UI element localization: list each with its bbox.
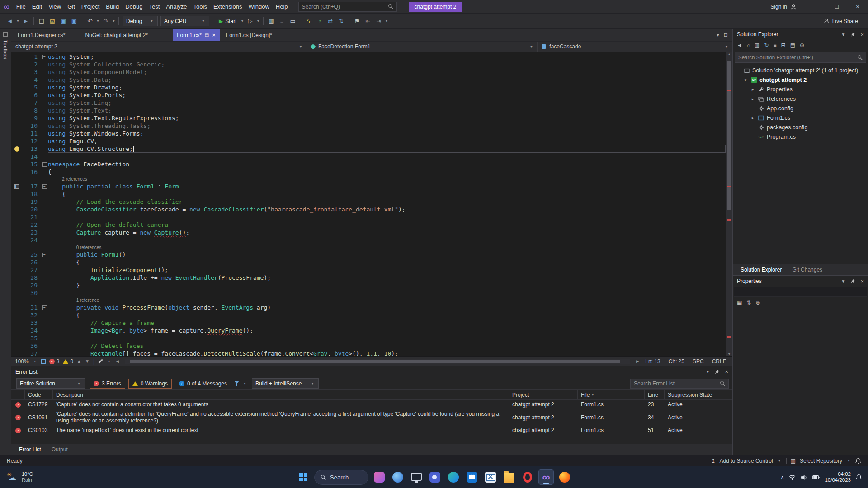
- fold-margin[interactable]: [41, 153, 48, 160]
- chevron-down-icon[interactable]: ▾: [777, 459, 782, 463]
- categorized-icon[interactable]: ▦: [737, 300, 742, 306]
- glyph-margin[interactable]: [11, 122, 22, 130]
- line-number[interactable]: 17: [22, 183, 41, 190]
- chevron-down-icon[interactable]: ▼: [841, 279, 846, 284]
- tool-tab-git-changes[interactable]: Git Changes: [788, 265, 827, 275]
- code-line-37[interactable]: 37 Rectangle[] faces = faceCascade.Detec…: [11, 350, 726, 356]
- fold-margin[interactable]: [41, 76, 48, 84]
- scroll-down-icon[interactable]: ▼: [726, 352, 732, 356]
- fold-margin[interactable]: −: [41, 160, 48, 168]
- fold-margin[interactable]: [41, 350, 48, 356]
- line-number[interactable]: 20: [22, 206, 41, 213]
- code-line-11[interactable]: 11using System.Windows.Forms;: [11, 130, 726, 137]
- code-line-23[interactable]: 23 Capture capture = new Capture();: [11, 229, 726, 236]
- property-pages-icon[interactable]: ⊛: [755, 300, 760, 306]
- menu-tools[interactable]: Tools: [190, 1, 210, 12]
- pin-icon[interactable]: [715, 369, 720, 374]
- glyph-margin[interactable]: [11, 236, 22, 244]
- clock-widget[interactable]: 04:02 10/04/2023: [825, 471, 851, 483]
- error-mark[interactable]: [727, 90, 731, 91]
- pc-monitor-app-icon[interactable]: [409, 469, 424, 485]
- editor-errors-chip[interactable]: × 3: [49, 358, 60, 365]
- error-mark[interactable]: [727, 336, 731, 338]
- line-number[interactable]: 12: [22, 137, 41, 145]
- line-indicator[interactable]: Ln: 13: [645, 358, 660, 365]
- close-icon[interactable]: ×: [725, 368, 728, 375]
- fold-margin[interactable]: [41, 84, 48, 91]
- solution-platforms-select[interactable]: Any CPU▾: [160, 16, 209, 26]
- error-list-search-box[interactable]: Search Error List: [630, 379, 729, 389]
- horizontal-scrollbar[interactable]: [125, 359, 630, 364]
- error-row-cs1061[interactable]: ×CS1061'Capture' does not contain a defi…: [11, 409, 732, 426]
- close-icon[interactable]: ×: [860, 31, 864, 38]
- code-cleanup-caret-icon[interactable]: ▾: [107, 359, 112, 363]
- active-files-dropdown-icon[interactable]: ▾: [717, 32, 719, 38]
- code-line-4[interactable]: 4using System.Data;: [11, 76, 726, 84]
- quick-actions-icon[interactable]: ϟ: [303, 16, 314, 27]
- line-number[interactable]: 21: [22, 213, 41, 221]
- dropdown-caret-icon[interactable]: ▾: [95, 19, 100, 23]
- navigate-forward-icon[interactable]: ►: [20, 16, 31, 27]
- scroll-up-icon[interactable]: ▲: [726, 52, 732, 56]
- keep-open-icon[interactable]: ▤: [205, 33, 209, 38]
- fold-margin[interactable]: [41, 327, 48, 334]
- line-number[interactable]: 19: [22, 198, 41, 206]
- glyph-margin[interactable]: [11, 221, 22, 229]
- code-line-8[interactable]: 8using System.Text;: [11, 107, 726, 114]
- fold-margin[interactable]: [41, 221, 48, 229]
- line-ending-indicator[interactable]: CRLF: [712, 358, 726, 365]
- file-explorer-app-icon[interactable]: [501, 469, 517, 485]
- scroll-right-icon[interactable]: ►: [635, 359, 640, 364]
- line-number[interactable]: 6: [22, 91, 41, 99]
- twisty-icon[interactable]: ▸: [750, 116, 755, 120]
- glyph-margin[interactable]: [11, 213, 22, 221]
- column-header-description[interactable]: Description: [53, 390, 509, 399]
- open-file-icon[interactable]: ▧: [47, 16, 58, 27]
- tab-form1-designer-cs[interactable]: Form1.Designer.cs*: [14, 29, 69, 41]
- collapse-region-icon[interactable]: −: [42, 305, 47, 310]
- fold-margin[interactable]: [41, 122, 48, 130]
- tab-nuget-chatgpt-attempt-2[interactable]: NuGet: chatgpt attempt 2*: [81, 29, 152, 41]
- solution-name-badge[interactable]: chatgpt attempt 2: [409, 2, 462, 12]
- weather-widget[interactable]: ☀☁ 10°C Rain: [6, 471, 33, 483]
- error-mark[interactable]: [727, 186, 731, 187]
- glyph-margin[interactable]: [11, 266, 22, 274]
- filter-caret-icon[interactable]: ▾: [242, 381, 247, 385]
- close-button[interactable]: ×: [847, 0, 868, 13]
- code-line-7[interactable]: 7using System.Linq;: [11, 99, 726, 107]
- line-number[interactable]: 26: [22, 258, 41, 266]
- minimize-button[interactable]: –: [806, 0, 826, 13]
- line-number[interactable]: 37: [22, 350, 41, 356]
- fold-margin[interactable]: −: [41, 53, 48, 61]
- glyph-margin[interactable]: [11, 53, 22, 61]
- glyph-margin[interactable]: [11, 145, 22, 153]
- dropdown-caret-icon[interactable]: ▾: [384, 19, 389, 23]
- column-header-project[interactable]: Project: [509, 390, 578, 399]
- code-line-15[interactable]: 15−namespace FaceDetection: [11, 160, 726, 168]
- space-mode-indicator[interactable]: SPC: [693, 358, 704, 365]
- save-all-icon[interactable]: ▣: [69, 16, 80, 27]
- add-to-source-control-button[interactable]: Add to Source Control: [720, 458, 773, 464]
- line-number[interactable]: 25: [22, 251, 41, 258]
- code-line-9[interactable]: 9using System.Text.RegularExpressions;: [11, 114, 726, 122]
- tree-item-chatgpt-attempt-2[interactable]: ▾C#chatgpt attempt 2: [733, 75, 868, 84]
- lightbulb-icon[interactable]: [14, 146, 19, 151]
- collapse-all-icon[interactable]: ⊟: [781, 42, 786, 48]
- error-scope-select[interactable]: Entire Solution ▾: [16, 378, 85, 389]
- dropdown-caret-icon[interactable]: ▾: [240, 19, 245, 23]
- battery-icon[interactable]: [812, 475, 820, 480]
- line-number[interactable]: 5: [22, 84, 41, 91]
- sign-in-button[interactable]: Sign in: [770, 4, 787, 10]
- line-number[interactable]: 31: [22, 304, 41, 311]
- tool-tab-error-list[interactable]: Error List: [14, 445, 46, 455]
- undo-icon[interactable]: ↶: [85, 16, 95, 27]
- fold-margin[interactable]: [41, 289, 48, 297]
- run-tests-icon[interactable]: ◔: [314, 16, 325, 27]
- column-header-code[interactable]: Code: [25, 390, 53, 399]
- line-number[interactable]: 3: [22, 68, 41, 76]
- tree-item-properties[interactable]: ▸Properties: [733, 84, 868, 94]
- float-window-icon[interactable]: ⊟: [724, 32, 728, 38]
- glyph-margin[interactable]: [11, 334, 22, 342]
- glyph-margin[interactable]: [11, 68, 22, 76]
- glyph-margin[interactable]: [11, 282, 22, 289]
